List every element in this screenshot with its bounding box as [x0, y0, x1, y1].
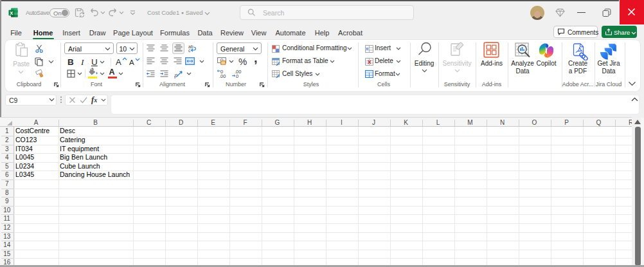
svg-text:c: c — [188, 48, 191, 53]
svg-text:.00: .00 — [219, 73, 226, 78]
svg-text:0: 0 — [236, 73, 238, 78]
svg-text:X: X — [10, 10, 13, 16]
